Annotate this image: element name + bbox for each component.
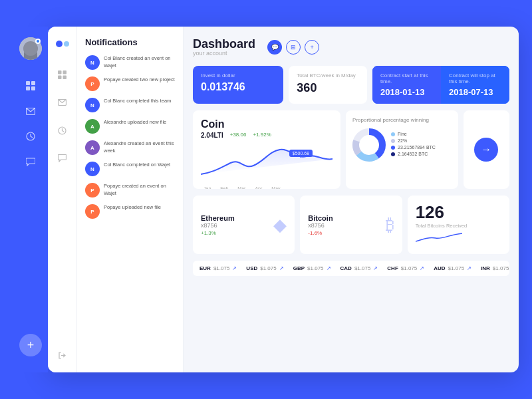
legend-dot bbox=[391, 132, 395, 136]
start-value: 2018-01-13 bbox=[380, 87, 433, 97]
nav-icon-clock[interactable] bbox=[53, 121, 72, 140]
currency-value: $1.075 bbox=[260, 265, 276, 271]
notifications-title: Notifications bbox=[85, 37, 175, 47]
sidebar-icon-mail[interactable] bbox=[21, 101, 41, 121]
notif-avatar: A bbox=[85, 119, 100, 134]
legend-dot bbox=[391, 139, 395, 143]
legend-item: 22% bbox=[391, 138, 436, 143]
notif-text: Col Blanc completed this team bbox=[104, 98, 171, 105]
nav-icon-mail[interactable] bbox=[53, 93, 72, 112]
currency-value: $1.075 bbox=[354, 265, 370, 271]
notif-avatar: P bbox=[85, 76, 100, 91]
donut-chart bbox=[352, 128, 386, 162]
invest-value: 0.013746 bbox=[201, 81, 275, 93]
donut-title: Proportional percentage winning bbox=[352, 117, 452, 123]
notif-text: Popaye created two new project bbox=[104, 76, 175, 84]
notification-item: N Col Blanc completed this team bbox=[85, 98, 175, 112]
sidebar-icon-clock[interactable] bbox=[21, 126, 41, 146]
ethereum-info: Ethereum x8756 +1.3% bbox=[201, 214, 235, 236]
currency-code: AUD bbox=[434, 265, 445, 271]
coin-title: Coin bbox=[201, 118, 332, 130]
legend-item: Fine bbox=[391, 132, 436, 136]
currency-trend: ↗ bbox=[420, 265, 424, 271]
bitcoin-id: x8756 bbox=[308, 222, 332, 229]
currency-item: EUR $1.075 ↗ bbox=[200, 265, 237, 271]
notif-text: Popaye created an event on Wajet bbox=[104, 183, 175, 197]
ethereum-name: Ethereum bbox=[201, 214, 235, 222]
middle-row: Coin 2.04LTI +38.06 +1.92% $500.68 bbox=[193, 110, 509, 189]
number-card: 126 Total Bitcoins Received bbox=[408, 196, 509, 254]
sidebar-icon-chat[interactable] bbox=[21, 152, 41, 172]
currency-trend: ↗ bbox=[327, 265, 331, 271]
currency-value: $1.075 bbox=[493, 265, 509, 271]
currency-trend: ↗ bbox=[467, 265, 471, 271]
header: Dashboard your account 💬 ⊞ + bbox=[193, 37, 509, 57]
legend-dot bbox=[391, 152, 395, 156]
notification-item: P Popaye uploaded new file bbox=[85, 204, 175, 219]
svg-rect-1 bbox=[31, 81, 35, 85]
month-feb: Feb bbox=[220, 186, 228, 189]
add-button[interactable]: + bbox=[19, 334, 42, 356]
ethereum-icon: ◆ bbox=[273, 215, 287, 235]
chart-months: Jan Feb Mar Apr May bbox=[201, 186, 332, 189]
notif-text: Col Blanc created an event on Wajet bbox=[104, 55, 175, 69]
arrow-card[interactable]: → bbox=[464, 110, 509, 189]
nav-icon-chat[interactable] bbox=[53, 149, 72, 168]
bitcoin-card: Bitcoin x8756 -1.6% ₿ bbox=[300, 196, 402, 254]
coin-change1: +38.06 bbox=[230, 132, 247, 139]
legend-label: 22% bbox=[398, 138, 407, 143]
coin-chart: $500.68 Jan bbox=[201, 144, 332, 181]
notif-text: Alexandre created an event this week bbox=[104, 140, 175, 154]
header-add-button[interactable]: + bbox=[305, 40, 319, 55]
header-icons: 💬 ⊞ + bbox=[267, 40, 319, 55]
currency-value: $1.075 bbox=[448, 265, 464, 271]
currency-value: $1.075 bbox=[401, 265, 417, 271]
notif-avatar: N bbox=[85, 55, 100, 70]
donut-content: Fine 22% 23.21567894 BTC 2.164532 BTC bbox=[352, 128, 452, 162]
mini-chart bbox=[416, 231, 501, 247]
bitcoin-icon: ₿ bbox=[386, 215, 394, 235]
currency-item: CAD $1.075 ↗ bbox=[340, 265, 378, 271]
svg-rect-0 bbox=[26, 81, 30, 85]
notification-item: N Col Blanc created an event on Wajet bbox=[85, 55, 175, 70]
legend-item: 2.164532 BTC bbox=[391, 152, 436, 156]
month-may: May bbox=[271, 186, 280, 189]
nav-icon-grid[interactable] bbox=[53, 65, 72, 84]
currency-item: GBP $1.075 ↗ bbox=[293, 265, 331, 271]
content-area: Dashboard your account 💬 ⊞ + Invest in d… bbox=[184, 27, 519, 372]
svg-rect-9 bbox=[63, 75, 67, 79]
header-grid-button[interactable]: ⊞ bbox=[286, 40, 301, 55]
stats-row: Invest in dollar 0.013746 Total BTC/week… bbox=[193, 66, 509, 104]
power-value: 360 bbox=[297, 81, 359, 95]
legend-item: 23.21567894 BTC bbox=[391, 145, 436, 150]
currency-trend: ↗ bbox=[373, 265, 378, 271]
notif-avatar: A bbox=[85, 140, 100, 155]
currency-trend: ↗ bbox=[232, 265, 237, 271]
sidebar-icon-grid[interactable] bbox=[21, 76, 41, 96]
svg-rect-6 bbox=[58, 70, 62, 74]
avatar-status-dot bbox=[35, 39, 41, 44]
notification-item: N Col Blanc completed on Wajet bbox=[85, 162, 175, 176]
start-end-card: Contract start at this time. 2018-01-13 … bbox=[372, 66, 509, 104]
coin-stats: 2.04LTI +38.06 +1.92% bbox=[201, 132, 332, 139]
invest-card: Invest in dollar 0.013746 bbox=[193, 66, 283, 104]
nav-logout-button[interactable] bbox=[53, 346, 72, 364]
coin-change2: +1.92% bbox=[253, 132, 271, 139]
svg-rect-2 bbox=[26, 86, 30, 90]
page-title: Dashboard bbox=[193, 37, 255, 51]
power-card: Total BTC/week in M/day 360 bbox=[289, 66, 367, 104]
arrow-button[interactable]: → bbox=[474, 138, 498, 162]
number-value: 126 bbox=[416, 202, 501, 223]
ethereum-price: x8756 bbox=[201, 222, 235, 229]
start-half: Contract start at this time. 2018-01-13 bbox=[372, 66, 441, 104]
svg-rect-3 bbox=[31, 86, 35, 90]
currency-code: INR bbox=[481, 265, 490, 271]
notification-item: A Alexandre uploaded new file bbox=[85, 119, 175, 134]
bitcoin-change: -1.6% bbox=[308, 230, 332, 236]
header-chat-button[interactable]: 💬 bbox=[267, 40, 282, 55]
power-label: Total BTC/week in M/day bbox=[297, 72, 359, 78]
currency-code: GBP bbox=[293, 265, 305, 271]
currency-code: CAD bbox=[340, 265, 352, 271]
currency-code: EUR bbox=[200, 265, 211, 271]
month-apr: Apr bbox=[255, 186, 262, 189]
